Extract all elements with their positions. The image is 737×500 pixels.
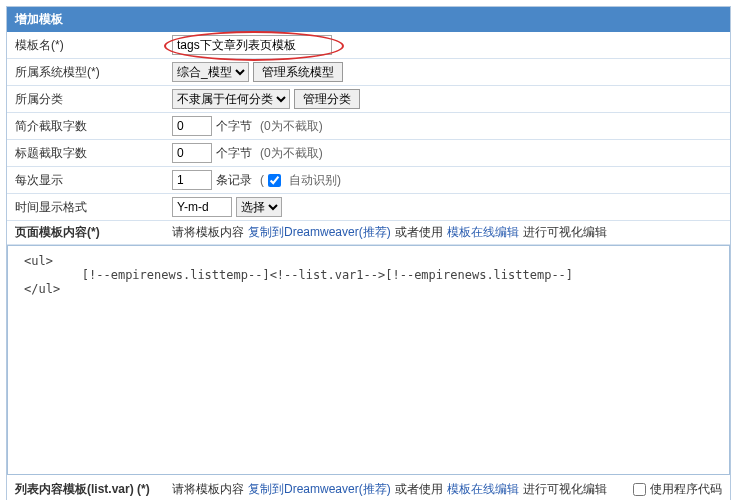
row-list-content-header: 列表内容模板(list.var) (*) 请将模板内容复制到Dreamweave… [7, 478, 730, 500]
per-page-unit: 条记录 [216, 172, 252, 189]
row-page-content-header: 页面模板内容(*) 请将模板内容复制到Dreamweaver(推荐)或者使用模板… [7, 221, 730, 245]
list-content-text3: 进行可视化编辑 [523, 481, 607, 498]
use-code-label: 使用程序代码 [650, 481, 722, 498]
title-chars-hint: (0为不截取) [260, 145, 323, 162]
panel-title: 增加模板 [7, 7, 730, 32]
manage-category-button[interactable]: 管理分类 [294, 89, 360, 109]
per-page-input[interactable] [172, 170, 212, 190]
page-content-textarea[interactable]: <ul> [!--empirenews.listtemp--]<!--list.… [7, 245, 730, 475]
row-per-page: 每次显示 条记录 ( 自动识别) [7, 167, 730, 194]
label-list-content: 列表内容模板(list.var) (*) [7, 481, 172, 498]
row-template-name: 模板名(*) [7, 32, 730, 59]
list-content-text2: 或者使用 [395, 481, 443, 498]
page-content-code-wrap: <ul> [!--empirenews.listtemp--]<!--list.… [7, 245, 730, 478]
label-template-name: 模板名(*) [7, 37, 172, 54]
use-code-checkbox[interactable] [633, 483, 646, 496]
online-editor-link[interactable]: 模板在线编辑 [447, 224, 519, 241]
page-content-text2: 或者使用 [395, 224, 443, 241]
online-editor-link-2[interactable]: 模板在线编辑 [447, 481, 519, 498]
page-content-text3: 进行可视化编辑 [523, 224, 607, 241]
intro-chars-unit: 个字节 [216, 118, 252, 135]
label-page-content: 页面模板内容(*) [7, 224, 172, 241]
time-format-select[interactable]: 选择 [236, 197, 282, 217]
row-system-model: 所属系统模型(*) 综合_模型 管理系统模型 [7, 59, 730, 86]
category-select[interactable]: 不隶属于任何分类 [172, 89, 290, 109]
list-content-text1: 请将模板内容 [172, 481, 244, 498]
auto-detect-label: 自动识别) [289, 172, 341, 189]
intro-chars-hint: (0为不截取) [260, 118, 323, 135]
row-category: 所属分类 不隶属于任何分类 管理分类 [7, 86, 730, 113]
label-system-model: 所属系统模型(*) [7, 64, 172, 81]
add-template-panel: 增加模板 模板名(*) 所属系统模型(*) 综合_模型 管理系统模型 所属分类 … [6, 6, 731, 500]
label-title-chars: 标题截取字数 [7, 145, 172, 162]
copy-dreamweaver-link[interactable]: 复制到Dreamweaver(推荐) [248, 224, 391, 241]
title-chars-unit: 个字节 [216, 145, 252, 162]
manage-system-model-button[interactable]: 管理系统模型 [253, 62, 343, 82]
label-intro-chars: 简介截取字数 [7, 118, 172, 135]
auto-detect-checkbox[interactable] [268, 174, 281, 187]
copy-dreamweaver-link-2[interactable]: 复制到Dreamweaver(推荐) [248, 481, 391, 498]
row-intro-chars: 简介截取字数 个字节(0为不截取) [7, 113, 730, 140]
label-time-format: 时间显示格式 [7, 199, 172, 216]
label-per-page: 每次显示 [7, 172, 172, 189]
row-title-chars: 标题截取字数 个字节(0为不截取) [7, 140, 730, 167]
label-category: 所属分类 [7, 91, 172, 108]
row-time-format: 时间显示格式 选择 [7, 194, 730, 221]
title-chars-input[interactable] [172, 143, 212, 163]
intro-chars-input[interactable] [172, 116, 212, 136]
time-format-input[interactable] [172, 197, 232, 217]
system-model-select[interactable]: 综合_模型 [172, 62, 249, 82]
page-content-text1: 请将模板内容 [172, 224, 244, 241]
template-name-input[interactable] [172, 35, 332, 55]
